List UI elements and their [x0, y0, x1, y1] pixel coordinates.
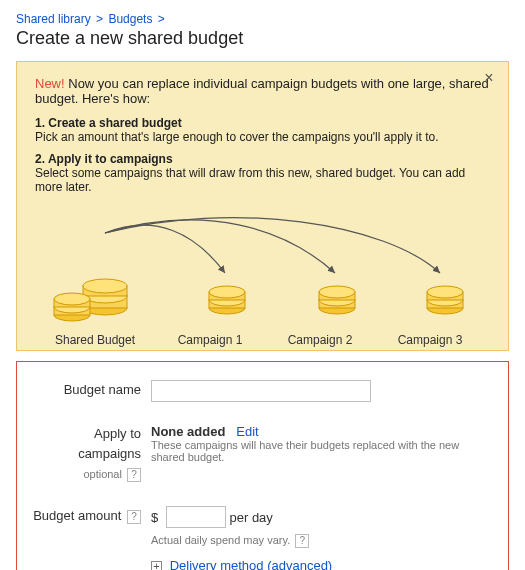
help-icon[interactable]: ?	[127, 468, 141, 482]
svg-point-4	[83, 279, 127, 293]
info-step-1: 1. Create a shared budget Pick an amount…	[35, 116, 490, 144]
budget-name-label: Budget name	[31, 380, 151, 400]
budget-form: Budget name Apply to campaigns optional …	[16, 361, 509, 570]
optional-label: optional	[83, 468, 122, 480]
amount-label: Budget amount	[33, 508, 121, 523]
diagram-label-c2: Campaign 2	[265, 333, 375, 347]
info-intro: New! Now you can replace individual camp…	[35, 76, 490, 106]
svg-point-14	[209, 286, 245, 298]
budget-diagram: Shared Budget Campaign 1 Campaign 2 Camp…	[35, 208, 490, 338]
diagram-label-c3: Campaign 3	[375, 333, 485, 347]
delivery-method-link[interactable]: Delivery method (advanced)	[170, 558, 333, 570]
edit-campaigns-link[interactable]: Edit	[236, 424, 258, 439]
svg-point-24	[427, 286, 463, 298]
step1-body: Pick an amount that's large enough to co…	[35, 130, 438, 144]
close-icon[interactable]: ×	[480, 70, 498, 88]
step2-title: 2. Apply it to campaigns	[35, 152, 173, 166]
diagram-label-shared: Shared Budget	[35, 333, 155, 347]
help-icon[interactable]: ?	[127, 510, 141, 524]
diagram-label-c1: Campaign 1	[155, 333, 265, 347]
breadcrumb-sep: >	[156, 12, 167, 26]
breadcrumb: Shared library > Budgets >	[16, 12, 509, 26]
currency-symbol: $	[151, 510, 158, 525]
info-step-2: 2. Apply it to campaigns Select some cam…	[35, 152, 490, 194]
expand-icon[interactable]: +	[151, 561, 162, 570]
per-day-text: per day	[229, 510, 272, 525]
budget-amount-input[interactable]	[166, 506, 226, 528]
step1-title: 1. Create a shared budget	[35, 116, 182, 130]
none-added-text: None added	[151, 424, 225, 439]
budget-name-input[interactable]	[151, 380, 371, 402]
apply-desc: These campaigns will have their budgets …	[151, 439, 494, 463]
spend-note: Actual daily spend may vary.	[151, 534, 290, 546]
apply-label: Apply to campaigns	[78, 426, 141, 461]
breadcrumb-shared-library[interactable]: Shared library	[16, 12, 91, 26]
svg-point-19	[319, 286, 355, 298]
step2-body: Select some campaigns that will draw fro…	[35, 166, 465, 194]
new-badge: New!	[35, 76, 65, 91]
page-title: Create a new shared budget	[16, 28, 509, 49]
breadcrumb-budgets[interactable]: Budgets	[108, 12, 152, 26]
info-panel: × New! Now you can replace individual ca…	[16, 61, 509, 351]
svg-point-9	[54, 293, 90, 305]
help-icon[interactable]: ?	[295, 534, 309, 548]
intro-text: Now you can replace individual campaign …	[35, 76, 489, 106]
breadcrumb-sep: >	[94, 12, 105, 26]
